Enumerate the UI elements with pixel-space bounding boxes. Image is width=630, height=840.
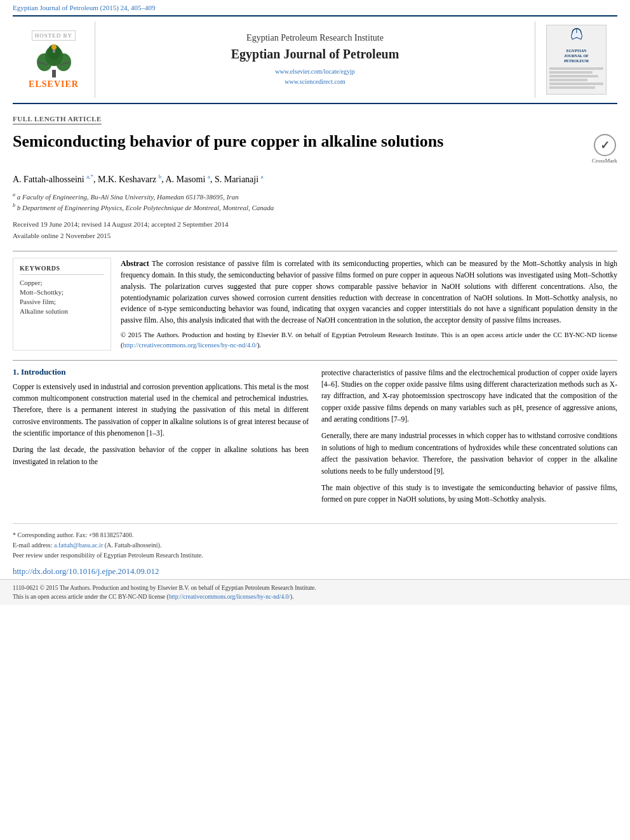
intro-para-right-3: The main objective of this study is to i…	[321, 482, 617, 505]
body-two-col: 1. Introduction Copper is extensively us…	[13, 367, 617, 510]
header-bar: HOSTED BY ELSEVIER	[13, 15, 617, 104]
intro-para-2: During the last decade, the passivation …	[13, 444, 309, 467]
received-date: Received 19 June 2014; revised 14 August…	[13, 219, 617, 230]
footer-bar: 1110-0621 © 2015 The Authors. Production…	[0, 579, 630, 606]
doi-link[interactable]: http://dx.doi.org/10.1016/j.ejpe.2014.09…	[13, 566, 159, 576]
header-center: Egyptian Petroleum Research Institute Eg…	[95, 22, 535, 98]
keyword-1: Copper;	[20, 279, 104, 286]
journal-url1[interactable]: www.elsevier.com/locate/egyjp	[275, 67, 354, 77]
peer-review-note: Peer review under responsibility of Egyp…	[13, 550, 617, 561]
elsevier-logo: ELSEVIER	[29, 44, 79, 90]
intro-para-1: Copper is extensively used in industrial…	[13, 381, 309, 439]
journal-name: Egyptian Journal of Petroleum	[231, 47, 399, 62]
header-left: HOSTED BY ELSEVIER	[13, 22, 95, 98]
footnotes: * Corresponding author. Fax: +98 8138257…	[0, 527, 630, 564]
dates: Received 19 June 2014; revised 14 August…	[13, 219, 617, 241]
footer-divider	[13, 523, 617, 524]
abstract-label: Abstract	[121, 259, 149, 268]
svg-rect-0	[52, 70, 56, 77]
email-address[interactable]: a.fattah@basu.ac.ir	[54, 542, 103, 549]
divider-mid	[13, 360, 617, 361]
authors: A. Fattah-alhosseini a,*, M.K. Keshavarz…	[13, 173, 617, 185]
abstract-column: Abstract The corrosion resistance of pas…	[121, 258, 617, 350]
citation-text: Egyptian Journal of Petroleum (2015) 24,…	[13, 4, 156, 11]
intro-para-right-1: protective characteristics of passive fi…	[321, 367, 617, 425]
footer-issn: 1110-0621 © 2015 The Authors. Production…	[13, 583, 617, 592]
journal-urls: www.elsevier.com/locate/egyjp www.scienc…	[275, 67, 354, 87]
affiliation-b: b b Department of Engineering Physics, E…	[13, 202, 617, 213]
affiliations: a a Faculty of Engineering, Bu-Ali Sina …	[13, 191, 617, 213]
cover-book-icon	[567, 28, 586, 47]
crossmark-icon: ✓	[594, 134, 616, 156]
journal-citation: Egyptian Journal of Petroleum (2015) 24,…	[0, 0, 630, 15]
intro-heading: 1. Introduction	[13, 367, 309, 377]
hosted-by-label: HOSTED BY	[32, 30, 76, 41]
doi-section: http://dx.doi.org/10.1016/j.ejpe.2014.09…	[0, 564, 630, 579]
header-right: EGYPTIANJOURNAL OFPETROLEUM	[535, 22, 617, 98]
abstract-text: Abstract The corrosion resistance of pas…	[121, 258, 617, 326]
cover-decorative-lines	[549, 66, 603, 90]
main-content: FULL LENGTH ARTICLE Semiconducting behav…	[0, 104, 630, 517]
elsevier-tree-icon	[32, 44, 76, 79]
keywords-column: KEYWORDS Copper; Mott–Schottky; Passive …	[13, 258, 111, 350]
body-col-right: protective characteristics of passive fi…	[321, 367, 617, 510]
body-content: 1. Introduction Copper is extensively us…	[13, 367, 617, 510]
footer-open-access: This is an open access article under the…	[13, 592, 617, 601]
footer-license-link[interactable]: http://creativecommons.org/licenses/by-n…	[169, 594, 290, 600]
available-online: Available online 2 November 2015	[13, 230, 617, 242]
keyword-4: Alkaline solution	[20, 307, 104, 315]
email-note: E-mail address: a.fattah@basu.ac.ir (A. …	[13, 540, 617, 550]
keywords-title: KEYWORDS	[20, 265, 104, 275]
divider-top	[13, 251, 617, 251]
body-col-left: 1. Introduction Copper is extensively us…	[13, 367, 309, 510]
email-label: E-mail address:	[13, 542, 52, 549]
elsevier-text: ELSEVIER	[29, 79, 79, 90]
cover-title: EGYPTIANJOURNAL OFPETROLEUM	[564, 49, 589, 63]
crossmark[interactable]: ✓ CrossMark	[592, 134, 617, 164]
article-type: FULL LENGTH ARTICLE	[13, 115, 102, 124]
article-title: Semiconducting behavior of pure copper i…	[13, 131, 586, 152]
intro-para-right-2: Generally, there are many industrial pro…	[321, 430, 617, 477]
keyword-3: Passive film;	[20, 298, 104, 305]
crossmark-label: CrossMark	[592, 157, 617, 164]
title-row: Semiconducting behavior of pure copper i…	[13, 131, 617, 164]
journal-cover: EGYPTIANJOURNAL OFPETROLEUM	[546, 25, 607, 95]
keywords-abstract-section: KEYWORDS Copper; Mott–Schottky; Passive …	[13, 258, 617, 350]
keyword-2: Mott–Schottky;	[20, 288, 104, 296]
abstract-body: The corrosion resistance of passive film…	[121, 260, 617, 324]
copyright-link[interactable]: http://creativecommons.org/licenses/by-n…	[123, 342, 258, 349]
corresponding-note: * Corresponding author. Fax: +98 8138257…	[13, 530, 617, 540]
affiliation-a: a a Faculty of Engineering, Bu-Ali Sina …	[13, 191, 617, 202]
email-author: (A. Fattah-alhosseini).	[105, 542, 162, 549]
page: Egyptian Journal of Petroleum (2015) 24,…	[0, 0, 630, 840]
abstract-copyright: © 2015 The Authors. Production and hosti…	[121, 330, 617, 350]
journal-url2[interactable]: www.sciencedirect.com	[275, 77, 354, 87]
institute-name: Egyptian Petroleum Research Institute	[246, 33, 384, 43]
svg-point-6	[51, 44, 57, 50]
